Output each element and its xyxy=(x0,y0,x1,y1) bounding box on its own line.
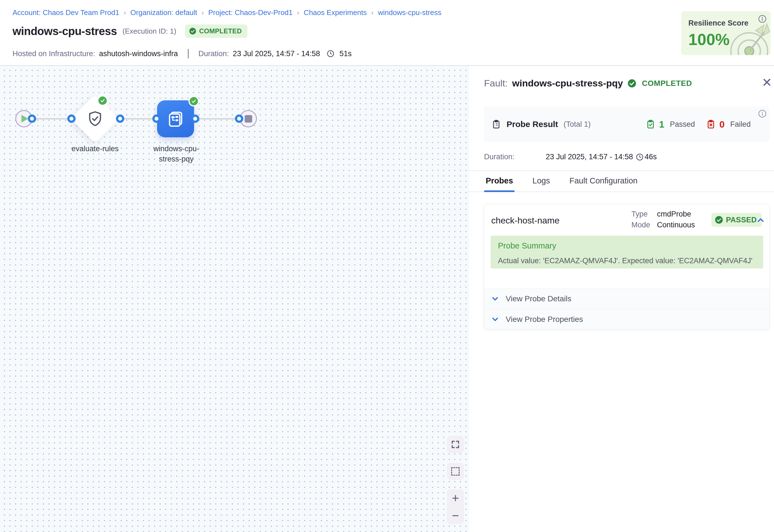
marquee-select-button[interactable] xyxy=(447,463,464,480)
view-probe-properties-label: View Probe Properties xyxy=(506,315,583,324)
breadcrumb-chaos-experiments[interactable]: Chaos Experiments xyxy=(304,8,367,17)
probe-summary-text: Actual value: 'EC2AMAZ-QMVAF4J'. Expecte… xyxy=(498,257,756,265)
status-badge: COMPLETED xyxy=(185,24,247,38)
success-badge-icon xyxy=(97,95,108,106)
duration-value: 23 Jul 2025, 14:57 - 14:58 xyxy=(233,49,320,58)
fullscreen-icon xyxy=(451,440,460,449)
view-probe-details-label: View Probe Details xyxy=(506,294,571,303)
meta-divider xyxy=(188,49,188,58)
fault-node-label-line2: stress-pqy xyxy=(135,154,218,164)
breadcrumb-current[interactable]: windows-cpu-stress xyxy=(378,8,441,17)
page-title: windows-cpu-stress xyxy=(13,25,117,38)
probe-summary-box: Probe Summary Actual value: 'EC2AMAZ-QMV… xyxy=(491,236,763,269)
probe-type-label: Type xyxy=(631,210,657,218)
fault-details-panel: Fault: windows-cpu-stress-pqy COMPLETED … xyxy=(468,66,774,532)
passed-count: 1 xyxy=(659,119,664,130)
clipboard-icon xyxy=(492,120,501,129)
fault-name: windows-cpu-stress-pqy xyxy=(512,78,623,89)
breadcrumb-project[interactable]: Project: Chaos-Dev-Prod1 xyxy=(208,8,292,17)
resilience-score-label: Resilience Score xyxy=(688,19,748,28)
clipboard-check-icon xyxy=(646,120,655,129)
probe-result-title: Probe Result xyxy=(507,120,558,129)
close-icon[interactable]: ✕ xyxy=(762,76,772,89)
probe-card: check-host-name Type cmdProbe Mode Conti… xyxy=(484,204,770,330)
chevron-down-icon xyxy=(491,315,500,324)
probe-mode-label: Mode xyxy=(631,221,657,229)
success-badge-icon xyxy=(188,96,199,106)
zoom-in-button[interactable]: + xyxy=(452,492,459,504)
resilience-score-card: Resilience Score 100% xyxy=(681,11,771,55)
breadcrumb-separator: › xyxy=(297,9,299,17)
probe-mode-value: Continuous xyxy=(657,221,695,229)
fault-label: Fault: xyxy=(484,78,508,89)
probe-type-value: cmdProbe xyxy=(657,210,695,218)
tab-fault-configuration[interactable]: Fault Configuration xyxy=(568,176,639,192)
duration-seconds: 51s xyxy=(339,49,352,58)
check-circle-icon xyxy=(627,79,636,88)
chevron-down-icon xyxy=(491,294,500,303)
zoom-controls: + − xyxy=(447,489,464,524)
play-icon xyxy=(21,115,28,123)
node-port xyxy=(235,115,243,123)
node-port xyxy=(67,115,76,123)
clock-icon xyxy=(327,50,334,58)
probe-result-card: Probe Result (Total 1) 1 Passed 0 Failed xyxy=(484,106,770,142)
clipboard-x-icon xyxy=(706,120,716,129)
info-icon[interactable] xyxy=(758,14,767,23)
info-icon[interactable] xyxy=(758,109,767,118)
check-circle-icon xyxy=(189,28,196,35)
probe-name: check-host-name xyxy=(491,215,559,226)
breadcrumb-separator: › xyxy=(202,9,204,17)
edge-connector xyxy=(120,118,157,120)
app-root: Account: Chaos Dev Team Prod1 › Organiza… xyxy=(0,0,774,532)
view-probe-details-row[interactable]: View Probe Details xyxy=(484,288,769,309)
breadcrumb-separator: › xyxy=(124,9,126,17)
duration-label: Duration: xyxy=(199,49,229,58)
view-probe-properties-row[interactable]: View Probe Properties xyxy=(484,309,769,329)
execution-id: (Execution ID: 1) xyxy=(123,27,177,36)
probe-result-total: (Total 1) xyxy=(564,120,591,129)
edge-connector xyxy=(195,118,239,120)
clock-icon xyxy=(636,153,644,161)
tab-logs[interactable]: Logs xyxy=(531,176,552,192)
resilience-score-value: 100% xyxy=(688,30,730,49)
tab-probes[interactable]: Probes xyxy=(484,176,515,192)
probe-meta: Type cmdProbe Mode Continuous xyxy=(631,210,695,229)
fault-status: COMPLETED xyxy=(642,79,692,88)
fault-duration-value: 23 Jul 2025, 14:57 - 14:58 xyxy=(546,153,633,161)
title-row: windows-cpu-stress (Execution ID: 1) COM… xyxy=(13,24,247,38)
fault-duration-row: Duration: 23 Jul 2025, 14:57 - 14:58 46s xyxy=(484,153,762,161)
probe-card-actions: View Probe Details View Probe Properties xyxy=(484,288,769,329)
chevron-up-icon[interactable] xyxy=(756,215,765,225)
page-header: Account: Chaos Dev Team Prod1 › Organiza… xyxy=(0,0,774,66)
breadcrumb: Account: Chaos Dev Team Prod1 › Organiza… xyxy=(13,8,441,17)
fault-duration-seconds: 46s xyxy=(645,153,657,161)
breadcrumb-organization[interactable]: Organization: default xyxy=(130,8,197,17)
node-port xyxy=(28,115,36,123)
pipeline-canvas[interactable]: evaluate-rules windows-cpu- stress-pqy +… xyxy=(0,66,468,532)
zoom-out-button[interactable]: − xyxy=(452,509,459,522)
node-port xyxy=(191,115,199,123)
passed-label: Passed xyxy=(670,120,695,129)
fault-node-label: windows-cpu- stress-pqy xyxy=(135,144,218,164)
breadcrumb-separator: › xyxy=(371,9,373,17)
shield-check-icon xyxy=(86,110,104,128)
marquee-icon xyxy=(451,467,460,476)
panel-tabs: Probes Logs Fault Configuration xyxy=(468,170,774,192)
breadcrumb-account[interactable]: Account: Chaos Dev Team Prod1 xyxy=(13,8,119,17)
fault-duration-label: Duration: xyxy=(484,153,546,161)
experiment-icon xyxy=(166,110,185,128)
hosted-label: Hosted on Infrastructure: xyxy=(13,49,95,58)
failed-count: 0 xyxy=(720,119,725,130)
node-port xyxy=(116,115,124,123)
edge-connector xyxy=(32,118,71,120)
evaluate-rules-label: evaluate-rules xyxy=(53,144,137,154)
node-port xyxy=(152,115,161,123)
failed-label: Failed xyxy=(730,120,751,129)
fullscreen-button[interactable] xyxy=(447,436,464,453)
fault-node-label-line1: windows-cpu- xyxy=(135,144,218,154)
probe-status-badge: PASSED xyxy=(711,213,762,227)
check-circle-icon xyxy=(715,216,723,224)
header-meta-row: Hosted on Infrastructure: ashutosh-windo… xyxy=(13,49,352,58)
fault-node[interactable] xyxy=(157,100,194,137)
